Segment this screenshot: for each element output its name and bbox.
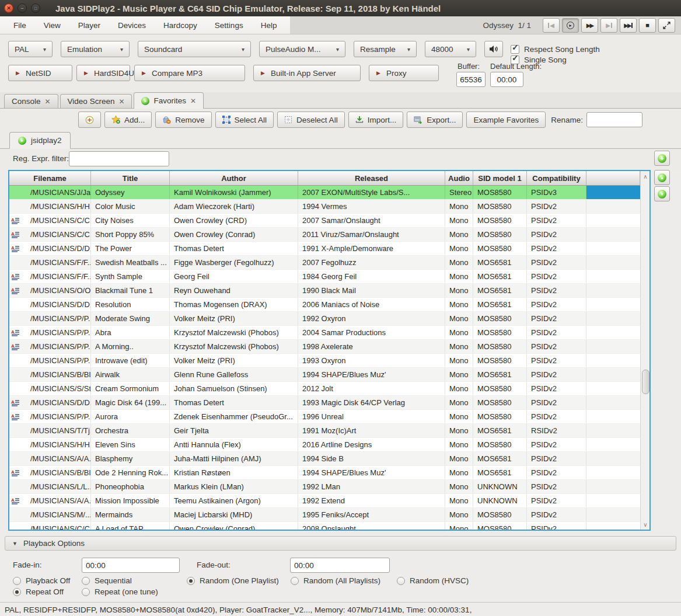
table-row[interactable]: /MUSICIANS/P/P...Introwave (edit)Volker …	[9, 354, 640, 368]
play-button[interactable]: ▸	[562, 18, 579, 33]
tab-favorites[interactable]: ▸Favorites✕	[134, 92, 204, 109]
column-header-audio[interactable]: Audio	[445, 171, 473, 185]
fade-out-input[interactable]	[290, 558, 390, 573]
example-favorites-button[interactable]: Example Favorites	[466, 112, 546, 128]
table-row[interactable]: A/MUSICIANS/C/C...City NoisesOwen Crowle…	[9, 214, 640, 228]
volume-button[interactable]	[484, 41, 503, 57]
menu-hardcopy[interactable]: Hardcopy	[155, 16, 206, 34]
default-length-input[interactable]	[490, 72, 523, 87]
radio-random-hvsc[interactable]: Random (HVSC)	[397, 576, 469, 585]
proxy-toggle-button[interactable]: ▶Proxy	[369, 65, 439, 81]
radio-playback-off[interactable]: Playback Off	[13, 576, 82, 585]
table-row[interactable]: /MUSICIANS/F/F...Swedish Meatballs ...Fi…	[9, 256, 640, 270]
column-header-compatibility[interactable]: Compatibility	[527, 171, 586, 185]
move-down-button[interactable]: ▼	[654, 186, 670, 201]
move-up-button[interactable]: ▲	[654, 170, 670, 185]
scrollbar-thumb[interactable]	[642, 370, 649, 394]
table-row[interactable]: /MUSICIANS/D/D...ResolutionThomas Mogens…	[9, 298, 640, 312]
table-row[interactable]: A/MUSICIANS/D/D...The PowerThomas Detert…	[9, 242, 640, 256]
table-row[interactable]: /MUSICIANS/B/Bl...AirwalkGlenn Rune Gall…	[9, 368, 640, 382]
radio-repeat-one-tune[interactable]: Repeat (one tune)	[82, 587, 158, 596]
table-row[interactable]: /MUSICIANS/L/L...PhoneophobiaMarkus Klei…	[9, 480, 640, 494]
menu-settings[interactable]: Settings	[206, 16, 252, 34]
menu-player[interactable]: Player	[69, 16, 109, 34]
table-row[interactable]: A/MUSICIANS/C/C...Short Poppy 85%Owen Cr…	[9, 228, 640, 242]
radio-button[interactable]	[82, 588, 90, 596]
table-row[interactable]: A/MUSICIANS/P/P...A Morning..Krzysztof M…	[9, 340, 640, 354]
radio-button[interactable]	[397, 577, 405, 585]
next-tune-button[interactable]: ▶	[600, 18, 617, 33]
table-row[interactable]: /MUSICIANS/H/H...Color MusicAdam Wieczor…	[9, 200, 640, 214]
scroll-up-arrow[interactable]: ∧	[641, 171, 650, 182]
radio-button[interactable]	[13, 577, 21, 585]
column-header-title[interactable]: Title	[91, 171, 170, 185]
sampling-method-select[interactable]: Resample▾	[354, 41, 417, 57]
fade-in-input[interactable]	[82, 558, 180, 573]
column-header-sid-model-1[interactable]: SID model 1	[473, 171, 527, 185]
export-button[interactable]: Export...	[407, 112, 463, 128]
window-close-button[interactable]: ✕	[4, 4, 13, 13]
rename-input[interactable]	[586, 112, 642, 127]
table-row[interactable]: A/MUSICIANS/D/D...Magic Disk 64 (199...T…	[9, 396, 640, 410]
table-row[interactable]: /MUSICIANS/T/Tj...OrchestraGeir Tjelta19…	[9, 424, 640, 438]
table-row[interactable]: A/MUSICIANS/F/F...Synth SampleGeorg Feil…	[9, 270, 640, 284]
table-row[interactable]: /MUSICIANS/C/C...A Load of TAPOwen Crowl…	[9, 522, 640, 531]
tab-close-icon[interactable]: ✕	[45, 98, 51, 106]
table-row[interactable]: /MUSICIANS/P/P...Moderate SwingVolker Me…	[9, 312, 640, 326]
radio-button[interactable]	[187, 577, 195, 585]
previous-song-button[interactable]: ◀	[543, 18, 560, 33]
buffer-input[interactable]	[456, 72, 486, 87]
import-button[interactable]: Import...	[348, 112, 404, 128]
radio-button[interactable]	[291, 577, 299, 585]
table-row[interactable]: A/MUSICIANS/B/Bl...Ode 2 Henning Rok...K…	[9, 466, 640, 480]
select-all-button[interactable]: Select All	[215, 112, 274, 128]
playback-options-header[interactable]: ▼ Playback Options	[5, 536, 676, 551]
add-playlist-tab-button[interactable]: +	[654, 151, 670, 166]
column-header-filename[interactable]: Filename	[9, 171, 91, 185]
netsid-toggle-button[interactable]: ▶NetSID	[8, 65, 72, 81]
frequency-select[interactable]: 48000▾	[425, 41, 476, 57]
video-standard-select[interactable]: PAL▾	[8, 41, 53, 57]
stop-button[interactable]: ■	[639, 18, 656, 33]
window-minimize-button[interactable]: −	[18, 4, 27, 13]
tab-video-screen[interactable]: Video Screen✕	[60, 94, 132, 108]
next-song-button[interactable]: ▶▶	[620, 18, 637, 33]
tab-console[interactable]: Console✕	[4, 94, 58, 108]
column-header-author[interactable]: Author	[170, 171, 298, 185]
audio-driver-select[interactable]: PulseAudio M...▾	[259, 41, 345, 57]
tab-close-icon[interactable]: ✕	[190, 97, 196, 105]
scroll-down-arrow[interactable]: ∨	[641, 519, 650, 530]
table-row[interactable]: /MUSICIANS/S/St...Cream SormoniumJohan S…	[9, 382, 640, 396]
hardsid-toggle-button[interactable]: ▶HardSID4U	[76, 65, 130, 81]
table-row[interactable]: A/MUSICIANS/A/A...Mission ImpossibleTeem…	[9, 494, 640, 508]
app-server-toggle-button[interactable]: ▶Built-in App Server	[253, 65, 361, 81]
table-row[interactable]: A/MUSICIANS/P/P...AuroraZdenek Eisenhamm…	[9, 410, 640, 424]
device-select[interactable]: Soundcard▾	[138, 41, 251, 57]
window-maximize-button[interactable]: □	[31, 4, 40, 13]
add-button[interactable]: Add...	[104, 112, 152, 128]
column-header-empty[interactable]	[586, 171, 640, 185]
radio-random-one-playlist[interactable]: Random (One Playlist)	[187, 576, 291, 585]
menu-devices[interactable]: Devices	[109, 16, 155, 34]
radio-sequential[interactable]: Sequential	[82, 576, 187, 585]
table-row[interactable]: /MUSICIANS/J/Ja...OdysseyKamil Wolnikows…	[9, 186, 640, 200]
column-header-released[interactable]: Released	[298, 171, 445, 185]
menu-help[interactable]: Help	[252, 16, 286, 34]
radio-button[interactable]	[82, 577, 90, 585]
fast-forward-button[interactable]: ▶▶	[581, 18, 598, 33]
deselect-all-button[interactable]: Deselect All	[277, 112, 345, 128]
tab-close-icon[interactable]: ✕	[118, 98, 124, 106]
tab-jsidplay2[interactable]: ▸ jsidplay2	[9, 132, 71, 149]
minimize-player-button[interactable]	[658, 18, 675, 33]
table-row[interactable]: /MUSICIANS/M/...MermaindsMaciej Licbarsk…	[9, 508, 640, 522]
vertical-scrollbar[interactable]: ∧ ∨	[640, 171, 650, 530]
table-row[interactable]: /MUSICIANS/A/A...BlasphemyJuha-Matti Hil…	[9, 452, 640, 466]
menu-view[interactable]: View	[35, 16, 69, 34]
table-row[interactable]: A/MUSICIANS/P/P...AbraKrzysztof Malczews…	[9, 326, 640, 340]
menu-file[interactable]: File	[5, 16, 35, 34]
new-favorites-tab-button[interactable]	[78, 112, 101, 128]
radio-random-all-playlists[interactable]: Random (All Playlists)	[291, 576, 397, 585]
compare-mp3-toggle-button[interactable]: ▶Compare MP3	[134, 65, 245, 81]
engine-select[interactable]: Emulation▾	[61, 41, 130, 57]
table-row[interactable]: /MUSICIANS/H/H...Eleven SinsAntti Hannul…	[9, 438, 640, 452]
